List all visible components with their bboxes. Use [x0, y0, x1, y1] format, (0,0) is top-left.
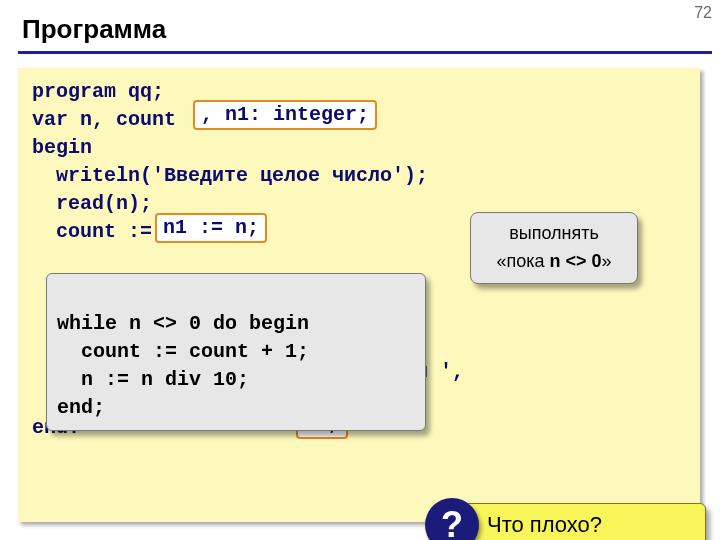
note-line2-a: «пока — [496, 251, 549, 271]
while-line: count := count + 1; — [57, 340, 309, 363]
highlight-assign-n1: n1 := n; — [155, 213, 267, 243]
question-icon: ? — [425, 498, 479, 540]
code-line: writeln('Введите целое число'); — [32, 162, 686, 190]
while-line: n := n div 10; — [57, 368, 249, 391]
code-line: begin — [32, 134, 686, 162]
question-bar: ? Что плохо? — [432, 503, 706, 540]
page-number: 72 — [694, 4, 712, 22]
while-block: while n <> 0 do begin count := count + 1… — [46, 273, 426, 431]
while-line: end; — [57, 396, 105, 419]
page-title: Программа — [0, 0, 720, 51]
question-text: Что плохо? — [487, 511, 602, 539]
note-line2-bold: n <> 0 — [550, 251, 602, 271]
while-line: while n <> 0 do begin — [57, 312, 309, 335]
note-balloon: выполнять «пока n <> 0» — [470, 212, 638, 284]
note-line1: выполнять — [477, 219, 631, 247]
highlight-decl-suffix: , n1: integer; — [193, 100, 377, 130]
title-rule — [18, 51, 712, 54]
code-panel: program qq; var n, count begin writeln('… — [18, 68, 700, 522]
note-line2-c: » — [602, 251, 612, 271]
